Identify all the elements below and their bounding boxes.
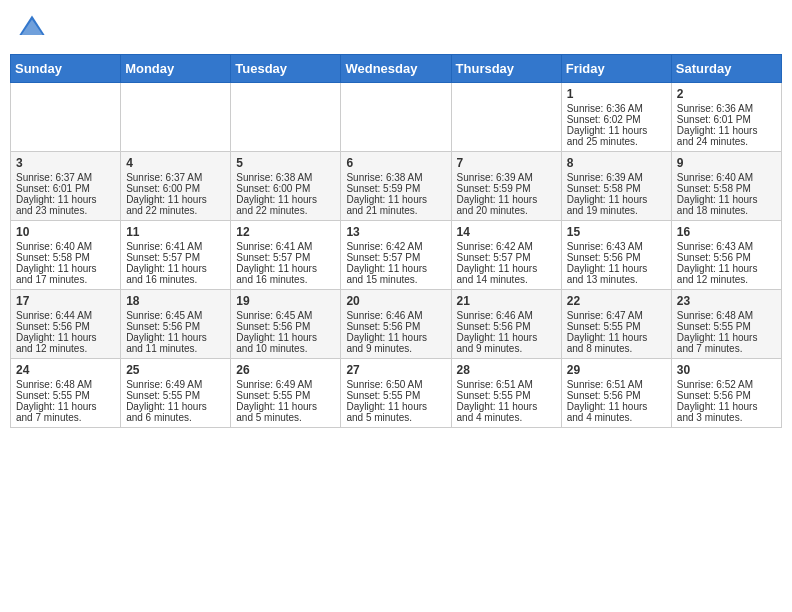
sunrise-text: Sunrise: 6:52 AM [677, 379, 753, 390]
sunrise-text: Sunrise: 6:51 AM [567, 379, 643, 390]
calendar-cell: 1 Sunrise: 6:36 AM Sunset: 6:02 PM Dayli… [561, 83, 671, 152]
calendar-cell: 28 Sunrise: 6:51 AM Sunset: 5:55 PM Dayl… [451, 359, 561, 428]
sunset-text: Sunset: 5:55 PM [567, 321, 641, 332]
day-number: 25 [126, 363, 225, 377]
day-number: 9 [677, 156, 776, 170]
sunset-text: Sunset: 6:02 PM [567, 114, 641, 125]
sunrise-text: Sunrise: 6:45 AM [126, 310, 202, 321]
daylight-text: Daylight: 11 hours and 6 minutes. [126, 401, 207, 423]
calendar-week-row: 24 Sunrise: 6:48 AM Sunset: 5:55 PM Dayl… [11, 359, 782, 428]
daylight-text: Daylight: 11 hours and 5 minutes. [236, 401, 317, 423]
calendar-header-row: SundayMondayTuesdayWednesdayThursdayFrid… [11, 55, 782, 83]
daylight-text: Daylight: 11 hours and 21 minutes. [346, 194, 427, 216]
sunset-text: Sunset: 5:56 PM [567, 252, 641, 263]
sunrise-text: Sunrise: 6:47 AM [567, 310, 643, 321]
calendar-cell: 4 Sunrise: 6:37 AM Sunset: 6:00 PM Dayli… [121, 152, 231, 221]
sunrise-text: Sunrise: 6:48 AM [677, 310, 753, 321]
day-number: 20 [346, 294, 445, 308]
calendar-week-row: 17 Sunrise: 6:44 AM Sunset: 5:56 PM Dayl… [11, 290, 782, 359]
calendar-cell: 17 Sunrise: 6:44 AM Sunset: 5:56 PM Dayl… [11, 290, 121, 359]
sunrise-text: Sunrise: 6:38 AM [236, 172, 312, 183]
day-number: 23 [677, 294, 776, 308]
daylight-text: Daylight: 11 hours and 16 minutes. [236, 263, 317, 285]
sunset-text: Sunset: 5:56 PM [567, 390, 641, 401]
calendar-cell: 2 Sunrise: 6:36 AM Sunset: 6:01 PM Dayli… [671, 83, 781, 152]
sunrise-text: Sunrise: 6:40 AM [677, 172, 753, 183]
sunset-text: Sunset: 5:56 PM [16, 321, 90, 332]
daylight-text: Daylight: 11 hours and 13 minutes. [567, 263, 648, 285]
day-number: 19 [236, 294, 335, 308]
day-number: 8 [567, 156, 666, 170]
sunset-text: Sunset: 5:56 PM [236, 321, 310, 332]
day-number: 11 [126, 225, 225, 239]
day-number: 10 [16, 225, 115, 239]
calendar-cell: 27 Sunrise: 6:50 AM Sunset: 5:55 PM Dayl… [341, 359, 451, 428]
calendar-week-row: 10 Sunrise: 6:40 AM Sunset: 5:58 PM Dayl… [11, 221, 782, 290]
day-number: 17 [16, 294, 115, 308]
sunrise-text: Sunrise: 6:40 AM [16, 241, 92, 252]
sunrise-text: Sunrise: 6:37 AM [16, 172, 92, 183]
day-number: 7 [457, 156, 556, 170]
sunset-text: Sunset: 5:55 PM [16, 390, 90, 401]
calendar-cell: 6 Sunrise: 6:38 AM Sunset: 5:59 PM Dayli… [341, 152, 451, 221]
day-number: 13 [346, 225, 445, 239]
sunrise-text: Sunrise: 6:51 AM [457, 379, 533, 390]
daylight-text: Daylight: 11 hours and 3 minutes. [677, 401, 758, 423]
day-number: 2 [677, 87, 776, 101]
sunrise-text: Sunrise: 6:49 AM [126, 379, 202, 390]
sunset-text: Sunset: 6:00 PM [126, 183, 200, 194]
calendar-cell: 24 Sunrise: 6:48 AM Sunset: 5:55 PM Dayl… [11, 359, 121, 428]
calendar-cell: 13 Sunrise: 6:42 AM Sunset: 5:57 PM Dayl… [341, 221, 451, 290]
daylight-text: Daylight: 11 hours and 20 minutes. [457, 194, 538, 216]
sunset-text: Sunset: 5:56 PM [126, 321, 200, 332]
daylight-text: Daylight: 11 hours and 7 minutes. [16, 401, 97, 423]
sunset-text: Sunset: 5:56 PM [677, 252, 751, 263]
day-number: 27 [346, 363, 445, 377]
calendar-cell: 11 Sunrise: 6:41 AM Sunset: 5:57 PM Dayl… [121, 221, 231, 290]
sunrise-text: Sunrise: 6:37 AM [126, 172, 202, 183]
sunset-text: Sunset: 5:55 PM [236, 390, 310, 401]
sunset-text: Sunset: 5:57 PM [236, 252, 310, 263]
sunset-text: Sunset: 5:57 PM [126, 252, 200, 263]
sunrise-text: Sunrise: 6:43 AM [567, 241, 643, 252]
calendar-cell: 10 Sunrise: 6:40 AM Sunset: 5:58 PM Dayl… [11, 221, 121, 290]
sunrise-text: Sunrise: 6:44 AM [16, 310, 92, 321]
calendar-table: SundayMondayTuesdayWednesdayThursdayFrid… [10, 54, 782, 428]
daylight-text: Daylight: 11 hours and 23 minutes. [16, 194, 97, 216]
day-number: 18 [126, 294, 225, 308]
calendar-cell: 19 Sunrise: 6:45 AM Sunset: 5:56 PM Dayl… [231, 290, 341, 359]
sunset-text: Sunset: 5:56 PM [457, 321, 531, 332]
sunrise-text: Sunrise: 6:48 AM [16, 379, 92, 390]
sunrise-text: Sunrise: 6:41 AM [236, 241, 312, 252]
daylight-text: Daylight: 11 hours and 17 minutes. [16, 263, 97, 285]
sunset-text: Sunset: 5:55 PM [457, 390, 531, 401]
sunset-text: Sunset: 6:01 PM [16, 183, 90, 194]
daylight-text: Daylight: 11 hours and 12 minutes. [677, 263, 758, 285]
daylight-text: Daylight: 11 hours and 24 minutes. [677, 125, 758, 147]
day-number: 14 [457, 225, 556, 239]
daylight-text: Daylight: 11 hours and 16 minutes. [126, 263, 207, 285]
daylight-text: Daylight: 11 hours and 18 minutes. [677, 194, 758, 216]
day-number: 16 [677, 225, 776, 239]
daylight-text: Daylight: 11 hours and 11 minutes. [126, 332, 207, 354]
day-number: 28 [457, 363, 556, 377]
calendar-cell: 14 Sunrise: 6:42 AM Sunset: 5:57 PM Dayl… [451, 221, 561, 290]
sunset-text: Sunset: 5:56 PM [346, 321, 420, 332]
daylight-text: Daylight: 11 hours and 10 minutes. [236, 332, 317, 354]
day-number: 15 [567, 225, 666, 239]
calendar-cell: 3 Sunrise: 6:37 AM Sunset: 6:01 PM Dayli… [11, 152, 121, 221]
daylight-text: Daylight: 11 hours and 22 minutes. [126, 194, 207, 216]
sunrise-text: Sunrise: 6:41 AM [126, 241, 202, 252]
sunrise-text: Sunrise: 6:36 AM [567, 103, 643, 114]
calendar-cell: 8 Sunrise: 6:39 AM Sunset: 5:58 PM Dayli… [561, 152, 671, 221]
calendar-cell: 26 Sunrise: 6:49 AM Sunset: 5:55 PM Dayl… [231, 359, 341, 428]
day-number: 29 [567, 363, 666, 377]
day-number: 6 [346, 156, 445, 170]
calendar-cell: 29 Sunrise: 6:51 AM Sunset: 5:56 PM Dayl… [561, 359, 671, 428]
sunrise-text: Sunrise: 6:42 AM [346, 241, 422, 252]
daylight-text: Daylight: 11 hours and 4 minutes. [567, 401, 648, 423]
weekday-header-sunday: Sunday [11, 55, 121, 83]
calendar-week-row: 3 Sunrise: 6:37 AM Sunset: 6:01 PM Dayli… [11, 152, 782, 221]
calendar-cell: 16 Sunrise: 6:43 AM Sunset: 5:56 PM Dayl… [671, 221, 781, 290]
day-number: 12 [236, 225, 335, 239]
